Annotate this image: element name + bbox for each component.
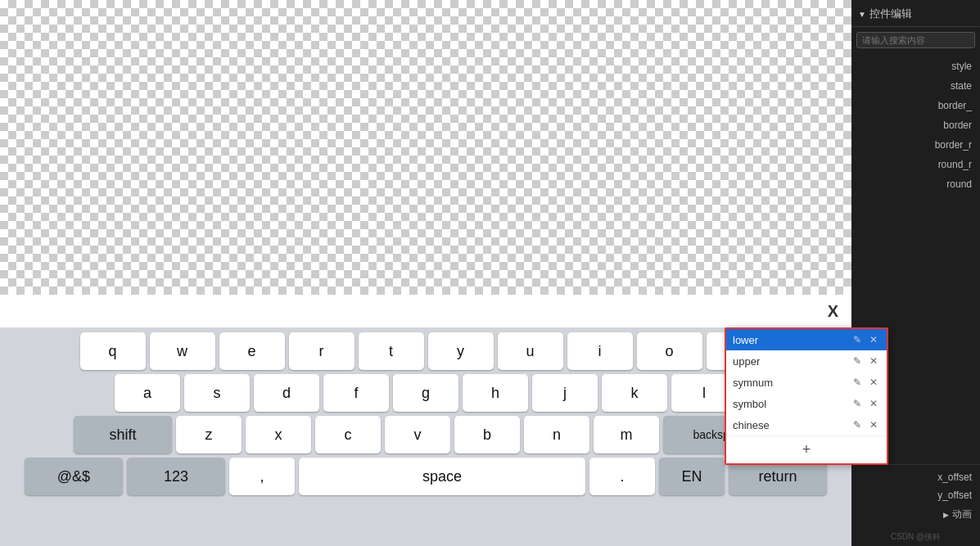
watermark: CSDN @侠科	[851, 528, 980, 546]
key-h[interactable]: h	[463, 374, 528, 412]
dropdown-item-symbol-label: symbol	[733, 398, 851, 410]
keyboard-row-3: shift z x c v b n m backspace	[3, 416, 848, 453]
key-comma[interactable]: ,	[229, 458, 295, 495]
key-f[interactable]: f	[323, 374, 389, 412]
animation-label: 动画	[952, 508, 972, 521]
key-w[interactable]: w	[150, 332, 215, 370]
key-e[interactable]: e	[219, 332, 285, 370]
key-n[interactable]: n	[524, 416, 589, 453]
dropdown-item-lower[interactable]: lower ✎ ✕	[726, 329, 887, 350]
key-j[interactable]: j	[532, 374, 598, 412]
main-area: X q w e r t y u i o p a s d f g h j k l	[0, 0, 851, 546]
key-123[interactable]: 123	[127, 458, 225, 495]
prop-border-2[interactable]: border	[851, 115, 980, 135]
dropdown-item-lower-actions: ✎ ✕	[851, 333, 880, 346]
key-a[interactable]: a	[115, 374, 180, 412]
canvas-bottom-bar: X	[0, 295, 851, 327]
dropdown-item-symbol[interactable]: symbol ✎ ✕	[726, 393, 887, 414]
right-panel: ▼ 控件编辑 style state border_ border border…	[851, 0, 980, 546]
key-i[interactable]: i	[567, 332, 633, 370]
key-m[interactable]: m	[594, 416, 659, 453]
key-b[interactable]: b	[454, 416, 520, 453]
key-period[interactable]: .	[589, 458, 655, 495]
key-o[interactable]: o	[637, 332, 702, 370]
key-g[interactable]: g	[393, 374, 458, 412]
key-at[interactable]: @&$	[25, 458, 123, 495]
dropdown-item-chinese-actions: ✎ ✕	[851, 418, 880, 431]
dropdown-item-symnum[interactable]: symnum ✎ ✕	[726, 372, 887, 393]
key-q[interactable]: q	[80, 332, 146, 370]
panel-title: 控件编辑	[869, 7, 912, 21]
dropdown-item-upper-actions: ✎ ✕	[851, 354, 880, 368]
key-en[interactable]: EN	[659, 458, 725, 495]
edit-icon-upper[interactable]: ✎	[851, 354, 864, 368]
key-k[interactable]: k	[602, 374, 667, 412]
keyboard-row-2: a s d f g h j k l	[3, 374, 848, 412]
key-x[interactable]: x	[246, 416, 311, 453]
close-button[interactable]: X	[828, 302, 838, 321]
prop-round-r1[interactable]: round_r	[851, 155, 980, 174]
close-icon-chinese[interactable]: ✕	[867, 418, 880, 431]
edit-icon-chinese[interactable]: ✎	[851, 418, 864, 431]
dropdown-item-symnum-actions: ✎ ✕	[851, 376, 880, 389]
dropdown-item-upper[interactable]: upper ✎ ✕	[726, 350, 887, 372]
dropdown-item-symnum-label: symnum	[733, 377, 851, 389]
keyboard-row-4: @&$ 123 , space . EN return	[3, 458, 848, 495]
dropdown-popup: lower ✎ ✕ upper ✎ ✕ symnum ✎ ✕ symbol ✎	[725, 327, 888, 465]
close-icon-symbol[interactable]: ✕	[867, 397, 880, 410]
close-icon-lower[interactable]: ✕	[867, 333, 880, 346]
prop-round[interactable]: round	[851, 174, 980, 194]
prop-border-r1[interactable]: border_r	[851, 135, 980, 155]
key-u[interactable]: u	[498, 332, 563, 370]
key-y[interactable]: y	[428, 332, 494, 370]
key-z[interactable]: z	[176, 416, 242, 453]
prop-border-1[interactable]: border_	[851, 96, 980, 115]
panel-arrow-icon: ▼	[858, 10, 866, 19]
close-icon-upper[interactable]: ✕	[867, 354, 880, 368]
prop-style[interactable]: style	[851, 56, 980, 76]
dropdown-item-chinese-label: chinese	[733, 419, 851, 431]
panel-header: ▼ 控件编辑	[851, 0, 980, 27]
animation-row[interactable]: ▶ 动画	[851, 504, 980, 525]
close-icon-symnum[interactable]: ✕	[867, 376, 880, 389]
key-c[interactable]: c	[315, 416, 381, 453]
key-shift[interactable]: shift	[74, 416, 172, 453]
keyboard-row-1: q w e r t y u i o p	[3, 332, 848, 370]
edit-icon-symnum[interactable]: ✎	[851, 376, 864, 389]
key-space[interactable]: space	[299, 458, 585, 495]
prop-state[interactable]: state	[851, 76, 980, 96]
dropdown-item-symbol-actions: ✎ ✕	[851, 397, 880, 410]
key-d[interactable]: d	[254, 374, 319, 412]
dropdown-item-chinese[interactable]: chinese ✎ ✕	[726, 414, 887, 435]
keyboard-area: q w e r t y u i o p a s d f g h j k l sh…	[0, 327, 851, 546]
key-r[interactable]: r	[289, 332, 355, 370]
edit-icon-symbol[interactable]: ✎	[851, 397, 864, 410]
key-s[interactable]: s	[184, 374, 250, 412]
dropdown-item-lower-label: lower	[733, 334, 851, 346]
dropdown-item-upper-label: upper	[733, 355, 851, 368]
animation-arrow-icon: ▶	[943, 511, 949, 519]
prop-y-offset[interactable]: y_offset	[851, 486, 980, 504]
edit-icon-lower[interactable]: ✎	[851, 333, 864, 346]
key-t[interactable]: t	[359, 332, 424, 370]
canvas-area	[0, 0, 851, 295]
key-v[interactable]: v	[385, 416, 450, 453]
bottom-properties: x_offset y_offset ▶ 动画	[851, 464, 980, 528]
dropdown-add-button[interactable]: +	[726, 435, 887, 463]
prop-x-offset[interactable]: x_offset	[851, 468, 980, 486]
search-input[interactable]	[856, 32, 975, 48]
